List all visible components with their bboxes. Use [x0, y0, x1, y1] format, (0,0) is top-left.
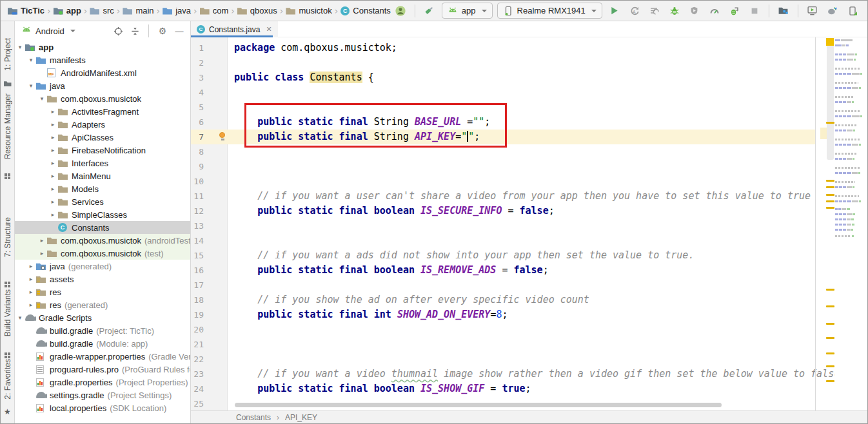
tree-item-proguard-rules-pro[interactable]: proguard-rules.pro(ProGuard Rules for a [15, 363, 190, 376]
tree-item-res[interactable]: ▸res(generated) [15, 298, 190, 311]
tree-item-gradle-wrapper-properties[interactable]: gradle-wrapper.properties(Gradle Versio [15, 350, 190, 363]
line-number[interactable]: 9 [191, 159, 204, 174]
chevron-right-icon[interactable]: ▸ [48, 186, 58, 192]
sdk-manager-button[interactable] [865, 3, 868, 19]
vertical-scrollbar[interactable] [827, 41, 834, 160]
chevron-right-icon[interactable]: ▸ [48, 121, 58, 128]
chevron-down-icon[interactable]: ▾ [26, 82, 36, 89]
debug-bug-button[interactable] [667, 3, 682, 19]
warning-stripe-mark[interactable] [826, 380, 834, 382]
warning-stripe-mark[interactable] [826, 207, 834, 209]
chevron-right-icon[interactable]: ▸ [48, 211, 58, 218]
chevron-down-icon[interactable]: ▾ [15, 44, 25, 50]
chevron-right-icon[interactable]: ▸ [37, 237, 47, 244]
chevron-right-icon[interactable]: ▸ [26, 276, 36, 282]
stop-button[interactable] [747, 3, 762, 19]
stripe-button----project[interactable]: 1: Project [1, 38, 14, 71]
tree-item-settings-gradle[interactable]: settings.gradle(Project Settings) [15, 389, 190, 401]
folder-icon[interactable] [1, 81, 14, 86]
line-number[interactable]: 10 [191, 174, 204, 189]
line-number[interactable]: 20 [191, 322, 204, 337]
breadcrumb-item-java[interactable]: java [161, 3, 193, 19]
stripe-button-build-variants[interactable]: Build Variants [1, 289, 14, 336]
breadcrumb-member[interactable]: API_KEY [285, 413, 317, 422]
line-number[interactable]: 18 [191, 293, 204, 307]
warning-stripe-mark[interactable] [826, 194, 834, 196]
build-hammer-button[interactable] [422, 3, 437, 19]
chevron-right-icon[interactable]: ▸ [48, 160, 58, 166]
horizontal-scrollbar[interactable] [235, 403, 722, 407]
tree-item-build-gradle[interactable]: build.gradle(Module: app) [15, 337, 190, 350]
breadcrumb-item-com[interactable]: com [198, 3, 231, 19]
line-number[interactable]: 19 [191, 307, 204, 322]
collapse-all-icon[interactable] [130, 26, 140, 36]
chevron-right-icon[interactable]: ▸ [26, 302, 36, 308]
settings-gear-icon[interactable]: ⚙ [157, 26, 168, 36]
hide-panel-icon[interactable]: — [174, 26, 184, 36]
breadcrumb-item-musictok[interactable]: musictok [284, 3, 333, 19]
profile-button[interactable] [687, 3, 702, 19]
tree-item-assets[interactable]: ▸assets [15, 273, 190, 285]
tree-item-res[interactable]: ▸res [15, 285, 190, 298]
warning-stripe-mark[interactable] [826, 337, 834, 339]
user-avatar-button[interactable] [393, 3, 408, 19]
device-select[interactable]: Realme RMX1941 [497, 3, 602, 19]
warning-stripe-mark[interactable] [826, 122, 834, 124]
stripe-button-resource-manager[interactable]: Resource Manager [1, 93, 14, 159]
chevron-right-icon[interactable]: ▸ [26, 289, 36, 295]
layout-inspector-button[interactable] [845, 3, 860, 19]
tree-item-adapters[interactable]: ▸Adapters [15, 118, 190, 131]
tree-item-com-qboxus-musictok[interactable]: ▸com.qboxus.musictok(androidTest) [15, 234, 190, 247]
tool-window-icon[interactable] [1, 352, 14, 358]
line-number[interactable]: 22 [191, 352, 204, 367]
line-number[interactable]: 5 [191, 100, 204, 115]
chevron-right-icon[interactable]: ▸ [48, 134, 58, 140]
line-number[interactable]: 1 [191, 41, 204, 55]
line-number[interactable]: 13 [191, 218, 204, 233]
tree-item-gradle-scripts[interactable]: ▾Gradle Scripts [15, 311, 190, 324]
tree-item-java[interactable]: ▾java [15, 79, 190, 92]
breadcrumb-item-src[interactable]: src [88, 3, 115, 19]
tool-window-icon[interactable] [1, 173, 14, 179]
warning-stripe-mark[interactable] [826, 289, 834, 291]
warning-stripe-mark[interactable] [826, 365, 834, 367]
line-number[interactable]: 17 [191, 278, 204, 293]
tree-item-apiclasses[interactable]: ▸ApiClasses [15, 131, 190, 144]
tree-item-simpleclasses[interactable]: ▸SimpleClasses [15, 208, 190, 221]
tree-item-com-qboxus-musictok[interactable]: ▾com.qboxus.musictok [15, 92, 190, 105]
apply-changes-button[interactable]: A [627, 3, 642, 19]
code-editor[interactable]: 1package com.qboxus.musictok;23public cl… [191, 37, 834, 410]
tree-item-interfaces[interactable]: ▸Interfaces [15, 157, 190, 169]
project-view-selector[interactable]: Android [35, 26, 64, 36]
chevron-right-icon[interactable]: ▸ [26, 263, 36, 269]
tool-window-icon[interactable] [1, 282, 14, 287]
chevron-right-icon[interactable]: ▸ [48, 173, 58, 179]
tree-item-app[interactable]: ▾app [15, 41, 190, 53]
run-config-select[interactable]: app [442, 3, 493, 19]
line-number[interactable]: 2 [191, 55, 204, 70]
warning-stripe-mark[interactable] [826, 352, 834, 354]
restart-activity-button[interactable] [727, 3, 742, 19]
breadcrumb-class[interactable]: Constants [236, 413, 271, 422]
line-number[interactable]: 7 [191, 130, 204, 144]
line-number[interactable]: 15 [191, 248, 204, 263]
tree-item-local-properties[interactable]: local.properties(SDK Location) [15, 401, 190, 414]
line-number[interactable]: 11 [191, 189, 204, 204]
star-icon[interactable]: ★ [1, 408, 14, 416]
chevron-down-icon[interactable]: ▾ [26, 57, 36, 63]
intention-bulb-icon[interactable] [219, 132, 226, 141]
warning-stripe-mark[interactable] [826, 186, 834, 188]
apply-code-changes-button[interactable] [647, 3, 662, 19]
run-play-button[interactable] [607, 3, 622, 19]
chevron-right-icon[interactable]: ▸ [48, 108, 58, 115]
chevron-right-icon[interactable]: ▸ [37, 250, 47, 256]
tree-item-mainmenu[interactable]: ▸MainMenu [15, 169, 190, 182]
line-number[interactable]: 8 [191, 144, 204, 159]
breadcrumb-item-main[interactable]: main [121, 3, 155, 19]
line-number[interactable]: 4 [191, 85, 204, 100]
tree-item-androidmanifest-xml[interactable]: MFAndroidManifest.xml [15, 66, 190, 79]
chevron-down-icon[interactable]: ▾ [37, 95, 47, 102]
inspections-status-icon[interactable] [826, 38, 834, 46]
stripe-button----structure[interactable]: 7: Structure [1, 217, 14, 257]
warning-stripe-mark[interactable] [826, 323, 834, 325]
